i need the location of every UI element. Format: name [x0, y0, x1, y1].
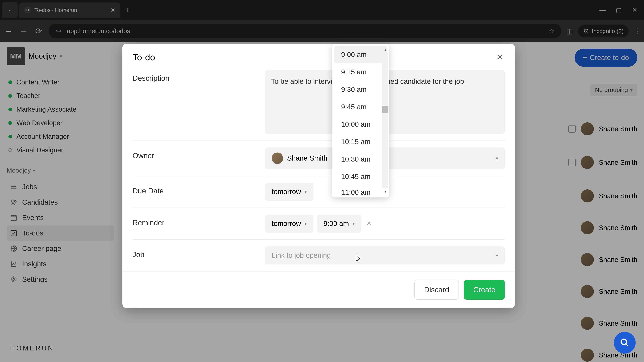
modal-title: To-do: [132, 52, 155, 62]
discard-button[interactable]: Discard: [414, 280, 459, 300]
cursor-pointer-icon: [354, 254, 362, 263]
owner-label: Owner: [132, 147, 258, 160]
help-fab[interactable]: [614, 332, 636, 354]
job-select[interactable]: Link to job opening ▾: [265, 246, 505, 265]
due-date-select[interactable]: tomorrow ▾: [265, 183, 314, 201]
time-option[interactable]: 10:15 am: [334, 133, 387, 150]
job-label: Job: [132, 246, 258, 259]
scroll-up-icon[interactable]: ▴: [384, 47, 386, 52]
reminder-date-select[interactable]: tomorrow ▾: [265, 215, 314, 233]
time-option[interactable]: 9:15 am: [334, 63, 387, 81]
create-button[interactable]: Create: [464, 280, 505, 300]
close-icon: ✕: [496, 52, 503, 62]
reminder-label: Reminder: [132, 215, 258, 227]
search-icon: [619, 337, 630, 348]
dropdown-scrollbar[interactable]: ▴ ▾: [382, 47, 388, 194]
time-option[interactable]: 9:00 am: [334, 46, 387, 63]
chevron-down-icon: ▾: [304, 221, 307, 226]
todo-modal: To-do ✕ Description To be able to interv…: [122, 43, 515, 308]
chevron-down-icon: ▾: [496, 156, 498, 161]
time-option[interactable]: 9:30 am: [334, 81, 387, 98]
scroll-track[interactable]: [382, 53, 388, 188]
reminder-time-select[interactable]: 9:00 am ▾: [317, 215, 362, 233]
chevron-down-icon: ▾: [352, 221, 355, 226]
chevron-down-icon: ▾: [304, 189, 307, 195]
time-option[interactable]: 10:00 am: [334, 116, 387, 133]
time-option[interactable]: 11:00 am: [334, 185, 387, 195]
scroll-down-icon[interactable]: ▾: [384, 189, 386, 194]
chevron-down-icon: ▾: [496, 253, 498, 258]
time-dropdown: 9:00 am 9:15 am 9:30 am 9:45 am 10:00 am…: [332, 44, 389, 197]
close-modal-button[interactable]: ✕: [495, 52, 505, 62]
time-option[interactable]: 9:45 am: [334, 98, 387, 116]
due-date-label: Due Date: [132, 183, 258, 195]
time-option[interactable]: 10:30 am: [334, 150, 387, 168]
svg-point-8: [621, 339, 626, 345]
avatar: [272, 152, 283, 164]
scroll-thumb[interactable]: [382, 106, 388, 113]
clear-reminder-button[interactable]: ✕: [366, 220, 372, 227]
time-option[interactable]: 10:45 am: [334, 168, 387, 185]
description-label: Description: [132, 70, 258, 82]
